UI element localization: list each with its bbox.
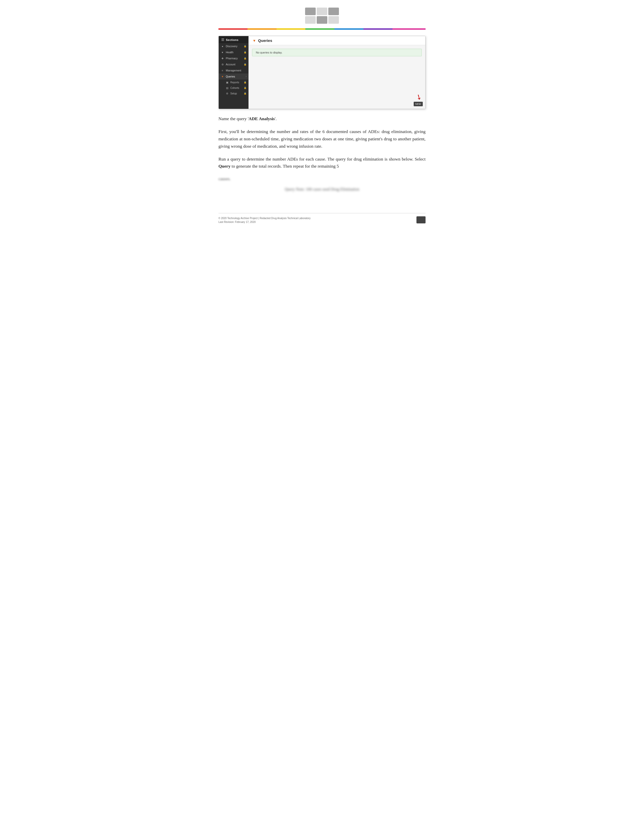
health-icon: ♥ <box>221 50 224 54</box>
logo-tile <box>305 16 316 24</box>
new-button[interactable]: NEW <box>414 102 423 106</box>
ade-analysis-label: ADE Analysis <box>248 116 275 121</box>
sidebar-label-account: Account <box>226 63 235 66</box>
query-bold-label: Query <box>219 164 230 169</box>
sidebar-item-setup[interactable]: ⚙ Setup 🔒 <box>219 91 248 96</box>
sidebar-label-health: Health <box>226 51 233 54</box>
para-run-query-start: Run a query to determine the number ADEs… <box>219 156 425 162</box>
chevron-right-icon: › <box>246 75 246 78</box>
logo-tile <box>317 8 327 15</box>
management-icon: ≡ <box>221 69 224 72</box>
sidebar-label-cohorts: Cohorts <box>230 87 239 89</box>
sidebar-label-management: Management <box>226 69 241 72</box>
red-arrow-indicator: ➘ <box>414 92 423 102</box>
lock-icon: 🔒 <box>244 51 246 53</box>
name-query-text-end: '. <box>275 116 277 121</box>
lock-icon: 🔒 <box>244 92 246 95</box>
sidebar-item-account[interactable]: ⚙ Account 🔒 <box>219 61 248 68</box>
lock-icon: 🔒 <box>244 57 246 60</box>
logo-tiles <box>305 8 339 24</box>
footer-line1: © 2020 Technology Archive Project | Reda… <box>219 216 411 220</box>
footer-page-number <box>417 216 425 224</box>
sidebar-item-queries[interactable]: ▼ Queries › <box>219 74 248 79</box>
lock-icon: 🔒 <box>244 81 246 84</box>
discovery-icon: ● <box>221 44 224 48</box>
main-area: ▼ Queries No queries to display. ➘ NEW <box>248 36 425 109</box>
sidebar-item-management[interactable]: ≡ Management <box>219 68 248 74</box>
main-header: ▼ Queries <box>248 36 425 45</box>
footer-left: © 2020 Technology Archive Project | Reda… <box>219 216 411 224</box>
sidebar-label-setup: Setup <box>230 92 237 95</box>
menu-icon: ☰ <box>221 38 224 42</box>
para-causes: First, you'll be determining the number … <box>219 128 425 150</box>
queries-icon: ▼ <box>221 75 224 78</box>
sidebar-item-cohorts[interactable]: ▤ Cohorts 🔒 <box>219 85 248 91</box>
sidebar-sections-label: Sections <box>226 39 239 42</box>
logo-tile <box>328 8 339 15</box>
sidebar-item-pharmacy[interactable]: ✚ Pharmacy 🔒 <box>219 55 248 61</box>
setup-icon: ⚙ <box>225 92 229 95</box>
sidebar: ☰ Sections ● Discovery 🔒 ♥ Health 🔒 ✚ Ph… <box>219 36 248 109</box>
main-header-title: Queries <box>258 39 272 43</box>
sidebar-item-health[interactable]: ♥ Health 🔒 <box>219 49 248 55</box>
ui-screenshot: ☰ Sections ● Discovery 🔒 ♥ Health 🔒 ✚ Ph… <box>219 36 425 109</box>
blurred-caption: Query Note: 100 cases used Drug Eliminat… <box>219 186 425 193</box>
lock-icon: 🔒 <box>244 45 246 47</box>
logo-tile <box>317 16 327 24</box>
sidebar-item-reports[interactable]: ▣ Reports 🔒 <box>219 79 248 85</box>
arrow-new-wrapper: ➘ NEW <box>414 93 423 106</box>
lock-icon: 🔒 <box>244 87 246 89</box>
sidebar-item-discovery[interactable]: ● Discovery 🔒 <box>219 43 248 49</box>
cohorts-icon: ▤ <box>225 86 229 90</box>
lock-icon: 🔒 <box>244 63 246 66</box>
para-run-query: Run a query to determine the number ADEs… <box>219 156 425 170</box>
account-icon: ⚙ <box>221 63 224 66</box>
reports-icon: ▣ <box>225 80 229 84</box>
no-queries-banner: No queries to display. <box>252 49 422 56</box>
main-body: No queries to display. ➘ NEW <box>248 45 425 109</box>
sidebar-label-reports: Reports <box>230 81 239 84</box>
blurred-causes-text: causes. <box>219 175 425 182</box>
pharmacy-icon: ✚ <box>221 56 224 60</box>
sidebar-header: ☰ Sections <box>219 36 248 43</box>
para-run-query-end: to generate the total records. Then repe… <box>230 164 339 169</box>
sidebar-label-discovery: Discovery <box>226 45 237 48</box>
sidebar-label-queries: Queries <box>226 75 235 78</box>
footer: © 2020 Technology Archive Project | Reda… <box>219 213 425 224</box>
para-causes-text: First, you'll be determining the number … <box>219 129 425 149</box>
document-body: Name the query 'ADE Analysis'. First, yo… <box>219 115 425 193</box>
name-query-text-start: Name the query ' <box>219 116 248 121</box>
filter-icon: ▼ <box>253 39 256 43</box>
footer-line2: Last Revision: February 17, 2020 <box>219 220 411 224</box>
logo-tile <box>305 8 316 15</box>
name-query-paragraph: Name the query 'ADE Analysis'. <box>219 115 425 122</box>
no-queries-text: No queries to display. <box>256 51 282 54</box>
sidebar-label-pharmacy: Pharmacy <box>226 57 238 60</box>
logo-area <box>219 8 425 24</box>
rainbow-bar <box>219 28 425 30</box>
logo-tile <box>328 16 339 24</box>
